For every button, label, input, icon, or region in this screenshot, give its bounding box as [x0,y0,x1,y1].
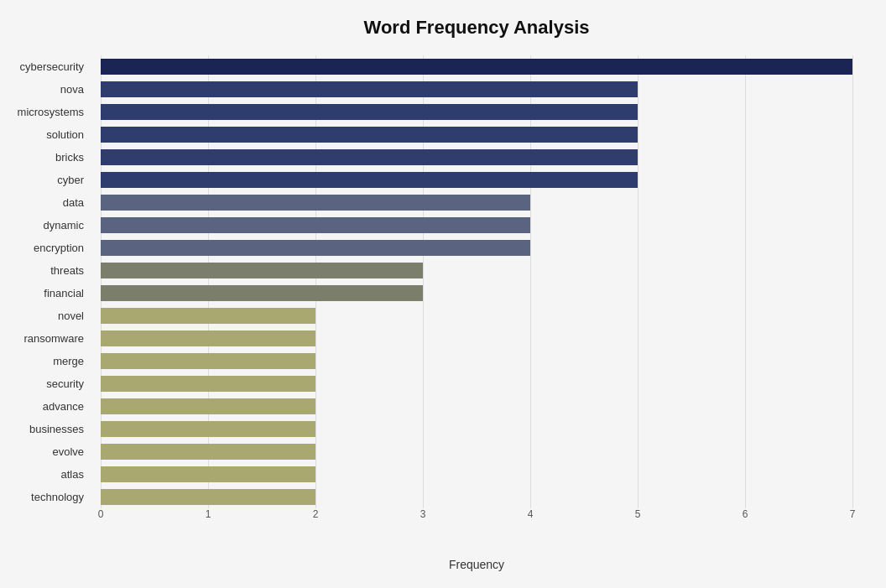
bar-label: security [0,377,92,390]
bar-bg [101,489,852,505]
bar-fill [101,149,638,165]
bar-row: advance [101,395,852,418]
bar-label: encryption [0,242,92,254]
bar-bg [101,263,852,278]
bar-row: atlas [101,463,852,486]
bar-bg [101,127,852,143]
bar-row: ransomware [101,327,852,350]
bar-bg [101,398,852,414]
bar-fill [101,81,638,97]
bar-row: bricks [101,146,852,169]
x-tick: 2 [313,508,319,520]
bar-label: nova [0,83,92,96]
x-tick: 3 [420,508,426,520]
bars-wrapper: cybersecuritynovamicrosystemssolutionbri… [101,55,852,508]
bar-bg [101,172,852,188]
bar-label: evolve [0,445,92,458]
bar-fill [101,195,530,211]
bar-row: data [101,191,852,214]
bar-bg [101,466,852,482]
bar-bg [101,104,852,120]
x-tick: 1 [206,508,211,520]
bar-fill [101,444,315,460]
bar-row: cybersecurity [101,55,852,78]
bar-label: threats [0,264,92,277]
x-tick: 6 [743,508,748,520]
x-tick: 4 [528,508,534,520]
bar-fill [101,330,315,346]
bar-label: solution [0,128,92,141]
bar-fill [101,285,423,301]
bar-label: cybersecurity [0,60,92,73]
bar-bg [101,444,852,460]
bar-bg [101,149,852,165]
bar-bg [101,217,852,233]
x-tick: 7 [850,508,856,520]
bar-bg [101,81,852,97]
chart-inner: cybersecuritynovamicrosystemssolutionbri… [101,55,852,533]
chart-title: Word Frequency Analysis [101,17,852,39]
bar-fill [101,489,315,505]
bar-row: nova [101,78,852,101]
bar-fill [101,59,852,75]
chart-container: Word Frequency Analysis cybersecuritynov… [0,0,886,588]
bar-row: microsystems [101,101,852,123]
bar-fill [101,308,315,324]
bar-bg [101,59,852,75]
bar-bg [101,308,852,324]
bar-row: solution [101,123,852,146]
bar-fill [101,376,315,392]
bar-row: dynamic [101,214,852,237]
bar-label: technology [0,491,92,503]
bar-label: ransomware [0,332,92,345]
bar-fill [101,263,423,278]
bar-fill [101,172,638,188]
bar-fill [101,240,530,256]
bar-row: novel [101,304,852,327]
bar-label: cyber [0,174,92,186]
bar-bg [101,285,852,301]
bar-bg [101,353,852,369]
bar-bg [101,195,852,211]
x-axis: Frequency 01234567 [101,508,852,533]
x-axis-label: Frequency [449,558,504,571]
bar-fill [101,398,315,414]
bar-bg [101,421,852,437]
bar-fill [101,353,315,369]
bar-label: bricks [0,151,92,164]
bar-fill [101,466,315,482]
bar-bg [101,330,852,346]
bar-fill [101,127,638,143]
x-tick: 5 [635,508,641,520]
x-tick: 0 [98,508,104,520]
bar-fill [101,104,638,120]
bar-label: advance [0,400,92,413]
bar-row: evolve [101,440,852,463]
bar-row: merge [101,350,852,372]
bar-label: atlas [0,468,92,481]
bar-row: technology [101,486,852,508]
grid-line [852,55,853,508]
bar-label: merge [0,355,92,367]
bar-row: threats [101,259,852,282]
bar-row: businesses [101,418,852,440]
bar-bg [101,376,852,392]
bar-row: cyber [101,169,852,191]
bar-row: security [101,372,852,395]
bar-fill [101,217,530,233]
bar-label: dynamic [0,219,92,232]
bar-label: businesses [0,423,92,435]
bar-row: encryption [101,237,852,259]
bar-label: financial [0,287,92,299]
bar-label: microsystems [0,106,92,118]
bar-label: novel [0,310,92,322]
bar-label: data [0,196,92,209]
bar-row: financial [101,282,852,304]
bar-fill [101,421,315,437]
bar-bg [101,240,852,256]
